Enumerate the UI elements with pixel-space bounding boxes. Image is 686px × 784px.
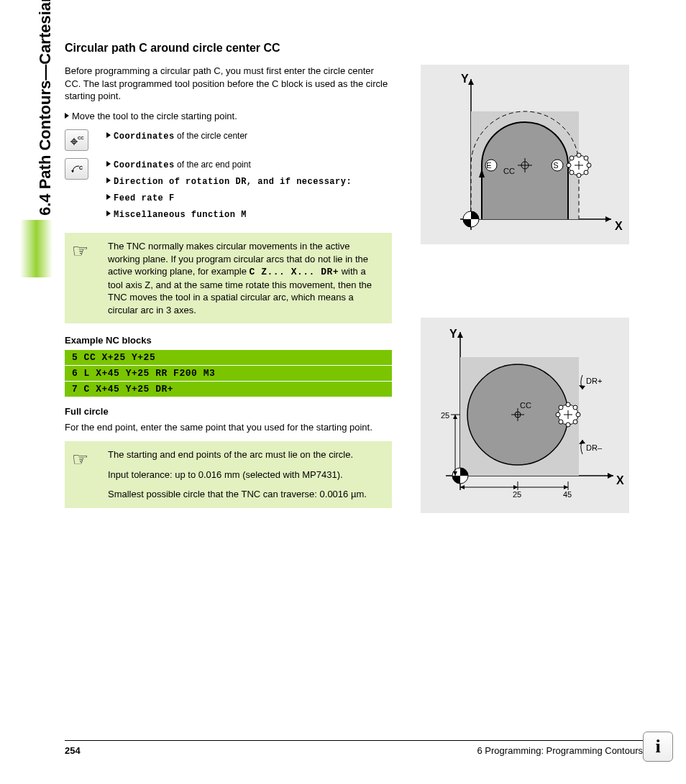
svg-point-25 (567, 163, 571, 167)
figure-1-svg: X Y CC E S (421, 65, 629, 244)
page-number: 254 (65, 745, 81, 756)
note-box-1: ☞ The TNC normally makes circular moveme… (65, 233, 392, 323)
figure-2-svg: X Y CC DR+ DR– 25 25 45 (421, 318, 629, 513)
svg-point-23 (577, 173, 581, 177)
fullcircle-body: For the end point, enter the same point … (65, 421, 392, 434)
figure-2: X Y CC DR+ DR– 25 25 45 (421, 318, 629, 513)
cc-crosshair-icon: CC (70, 134, 84, 146)
param-row-c: C Coordinates of the arc end point Direc… (65, 158, 392, 226)
code-line-2: 6 L X+45 Y+25 RR F200 M3 (65, 366, 392, 382)
fig1-e-label: E (486, 161, 491, 170)
note2-line-b: Input tolerance: up to 0.016 mm (selecte… (108, 469, 382, 481)
param-label: Feed rate F (114, 193, 175, 203)
info-button[interactable]: i (643, 732, 673, 762)
bullet-icon (106, 161, 111, 167)
note1-code: C Z... X... DR+ (250, 267, 339, 277)
svg-text:C: C (79, 165, 83, 170)
param-label: Direction of rotation DR, and if necessa… (114, 177, 352, 187)
fig2-x-label: X (616, 474, 624, 486)
fig2-drp-label: DR+ (586, 377, 602, 385)
fig2-drm-label: DR– (586, 443, 603, 452)
page-heading: Circular path C around circle center CC (65, 42, 392, 55)
svg-marker-9 (468, 79, 474, 85)
svg-marker-47 (453, 415, 457, 419)
note2-line-a: The starting and end points of the arc m… (108, 448, 382, 461)
bullet-icon (65, 113, 69, 119)
param-direction: Direction of rotation DR, and if necessa… (106, 176, 352, 187)
fig1-cc-label: CC (503, 167, 515, 175)
chapter-label: 6 Programming: Programming Contours (477, 745, 643, 756)
svg-point-52 (566, 402, 570, 407)
note2-line-c: Smallest possible circle that the TNC ca… (108, 488, 382, 501)
note-box-2: ☞ The starting and end points of the arc… (65, 441, 392, 508)
svg-point-20 (584, 156, 588, 160)
side-section-title: 6.4 Path Contours—Cartesian Coordinates (36, 0, 55, 216)
bullet-icon (106, 194, 111, 200)
fig2-x45-label: 45 (563, 490, 572, 499)
svg-marker-43 (460, 485, 465, 489)
svg-point-19 (577, 153, 581, 157)
svg-marker-45 (564, 485, 568, 489)
svg-point-54 (576, 412, 580, 417)
c-arc-icon: C (70, 163, 84, 175)
code-line-1: 5 CC X+25 Y+25 (65, 350, 392, 366)
fig1-s-label: S (553, 161, 558, 170)
param-label: Coordinates (114, 160, 175, 170)
svg-point-58 (556, 412, 560, 417)
param-label: Miscellaneous function M (114, 210, 247, 220)
side-gradient (20, 220, 52, 277)
fig2-x25-label: 25 (513, 490, 521, 499)
fig2-y-label: Y (449, 328, 457, 340)
page-footer: 254 6 Programming: Programming Contours (65, 740, 643, 756)
param-row-cc: CC Coordinates of the circle center (65, 129, 392, 155)
svg-marker-7 (605, 216, 611, 222)
fig2-y25-label: 25 (441, 411, 449, 420)
figure-1: X Y CC E S (421, 65, 629, 244)
param-feed: Feed rate F (106, 193, 352, 203)
param-cc-coords: Coordinates of the circle center (106, 131, 247, 142)
cc-button[interactable]: CC (65, 129, 88, 151)
fig1-x-label: X (615, 220, 623, 232)
param-desc: of the arc end point (175, 160, 251, 170)
svg-point-24 (570, 170, 574, 175)
intro-paragraph: Before programming a circular path C, yo… (65, 65, 392, 103)
svg-point-22 (584, 170, 588, 175)
code-block: 5 CC X+25 Y+25 6 L X+45 Y+25 RR F200 M3 … (65, 350, 392, 397)
svg-marker-30 (608, 473, 613, 479)
svg-marker-44 (513, 485, 518, 489)
hand-icon: ☞ (72, 239, 88, 264)
main-content: Circular path C around circle center CC … (65, 42, 392, 520)
param-arc-coords: Coordinates of the arc end point (106, 160, 352, 170)
svg-marker-4 (71, 170, 74, 172)
svg-point-53 (573, 405, 577, 410)
svg-point-26 (570, 156, 574, 160)
svg-point-57 (559, 420, 563, 424)
move-instruction: Move the tool to the circle starting poi… (65, 110, 392, 123)
svg-point-55 (573, 420, 577, 424)
hand-icon: ☞ (72, 447, 88, 472)
svg-marker-49 (579, 385, 585, 389)
fullcircle-heading: Full circle (65, 406, 392, 417)
param-desc: of the circle center (175, 131, 247, 141)
fig1-y-label: Y (461, 73, 469, 85)
bullet-icon (106, 211, 111, 216)
param-label: Coordinates (114, 132, 175, 142)
param-misc: Miscellaneous function M (106, 209, 352, 220)
example-heading: Example NC blocks (65, 335, 392, 346)
svg-marker-50 (579, 440, 585, 444)
svg-point-59 (559, 405, 563, 410)
fig2-cc-label: CC (520, 401, 531, 410)
svg-point-21 (587, 163, 591, 167)
info-icon: i (655, 736, 660, 757)
c-button[interactable]: C (65, 158, 88, 180)
move-text: Move the tool to the circle starting poi… (72, 111, 237, 121)
svg-text:CC: CC (78, 136, 84, 140)
code-line-3: 7 C X+45 Y+25 DR+ (65, 382, 392, 397)
bullet-icon (106, 132, 111, 138)
bullet-icon (106, 177, 111, 183)
svg-marker-32 (457, 332, 463, 338)
svg-point-56 (566, 423, 570, 427)
